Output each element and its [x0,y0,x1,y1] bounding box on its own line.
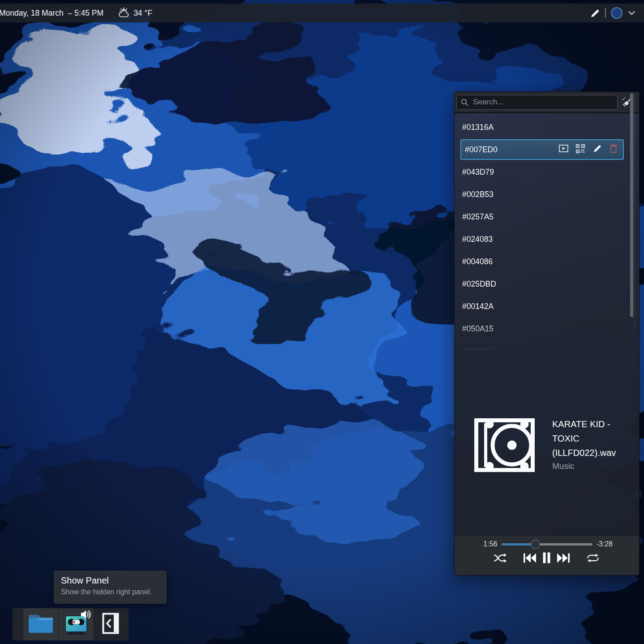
pause-button[interactable] [543,552,550,563]
taskbar-item-show-panel[interactable] [93,608,128,640]
clipboard-item-text: #002452 [462,347,493,356]
elapsed-time: 1:56 [472,540,498,548]
clipboard-item[interactable]: #050A15 [455,318,639,340]
clipboard-list: #01316A#007ED0 [455,113,639,354]
chevron-down-icon[interactable] [627,9,636,17]
remaining-time: -3:28 [597,540,622,548]
clipboard-item-text: #01316A [462,123,494,132]
blue-folder-icon [28,613,54,635]
clear-history-broom-icon[interactable] [618,93,636,111]
clipboard-item-text: #004086 [462,257,493,266]
next-button[interactable] [557,553,570,563]
seek-slider-handle[interactable] [531,540,540,549]
search-input[interactable] [456,95,618,110]
taskbar [13,608,129,640]
cassette-icon [64,614,88,635]
media-subtitle: Music [552,461,635,471]
clipboard-item-text: #050A15 [462,324,494,334]
clipboard-item[interactable]: #025DBD [455,273,639,295]
top-panel-right-icons [590,7,644,19]
shuffle-button[interactable] [494,553,507,563]
seek-slider[interactable] [502,543,592,545]
clipboard-item-text: #002B53 [462,190,494,199]
media-metadata: KARATE KID - TOXIC (ILLFD022).wav Music [552,417,635,471]
show-panel-icon [102,613,119,636]
weather-widget[interactable]: 34 °F [118,7,152,19]
clipboard-item[interactable]: #043D79 [455,161,639,183]
temperature-text: 34 °F [133,9,152,18]
show-panel-tooltip: Show Panel Show the hidden right panel. [54,571,167,604]
clipboard-item[interactable]: #00142A [455,295,639,318]
clipboard-item-text: #007ED0 [465,145,498,155]
clock-date-text[interactable]: Monday, 18 March – 5:45 PM [0,9,103,18]
pencil-icon[interactable] [590,8,600,18]
clipboard-item-text: #024083 [462,235,493,244]
clipboard-header [455,92,639,113]
separator [605,8,606,18]
speaker-icon [81,609,91,622]
repeat-button[interactable] [586,553,600,563]
clipboard-item[interactable]: #024083 [455,228,639,250]
media-title: KARATE KID - TOXIC (ILLFD022).wav [552,417,635,460]
taskbar-item-file-manager[interactable] [23,608,58,640]
tooltip-subtitle: Show the hidden right panel. [61,588,159,596]
clipboard-item[interactable]: #004086 [455,250,639,273]
delete-trash-icon[interactable] [610,144,618,155]
clipboard-item-text: #00142A [462,302,494,311]
blue-circle-icon[interactable] [611,7,623,19]
media-controls: 1:56 -3:28 [455,535,639,575]
clipboard-item-actions [559,144,618,155]
taskbar-item-audio-player[interactable] [58,608,93,640]
qr-code-icon[interactable] [576,144,585,155]
scrollbar-thumb[interactable] [630,93,633,317]
tooltip-title: Show Panel [61,575,159,586]
top-panel: Monday, 18 March – 5:45 PM 34 °F [0,4,644,22]
clipboard-item[interactable]: #002452 [455,340,639,362]
clipboard-item-text: #0257A5 [462,212,494,222]
clipboard-item[interactable]: #0257A5 [455,206,639,228]
clipboard-item-text: #025DBD [462,279,496,289]
scrollbar-track [634,93,635,331]
edit-pencil-icon[interactable] [592,144,602,155]
sun-behind-cloud-icon [118,7,130,19]
previous-button[interactable] [523,553,537,563]
media-disc-icon [474,418,535,472]
clipboard-item[interactable]: #002B53 [455,183,639,206]
desktop: { "top_bar": { "clock": "Monday, 18 Marc… [0,0,644,644]
clipboard-panel: #01316A#007ED0 [454,91,640,575]
clipboard-item[interactable]: #01316A [455,116,639,138]
invoke-action-icon[interactable] [559,145,568,155]
clipboard-item-text: #043D79 [462,167,494,177]
clipboard-item[interactable]: #007ED0 [460,139,624,160]
